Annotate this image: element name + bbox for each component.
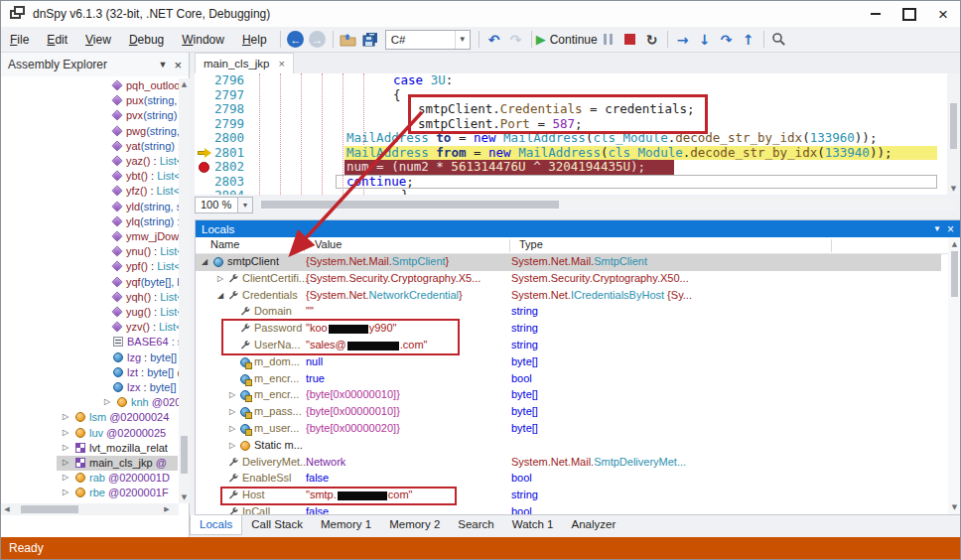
expander-icon[interactable]: ▷ <box>217 274 223 283</box>
tree-hscrollbar[interactable]: ◀ ▶ <box>1 503 179 515</box>
expander-icon[interactable]: ▷ <box>63 412 69 421</box>
column-header-value[interactable]: Value <box>315 238 342 250</box>
minimize-button[interactable] <box>859 1 892 27</box>
show-next-statement-icon[interactable]: → <box>672 29 694 51</box>
column-separator[interactable] <box>304 239 305 252</box>
stop-icon[interactable] <box>619 29 641 51</box>
tree-item[interactable]: yld(string, st <box>1 200 179 214</box>
expander-icon[interactable]: ▷ <box>63 473 69 482</box>
pause-icon[interactable] <box>598 29 619 51</box>
menu-edit[interactable]: Edit <box>38 29 76 51</box>
panel-tab-memory-2[interactable]: Memory 2 <box>380 515 449 534</box>
tree-item[interactable]: ▷knh @02000 <box>1 395 179 410</box>
menu-file[interactable]: File <box>1 29 38 51</box>
zoom-caret-icon[interactable]: ▼ <box>238 197 253 213</box>
panel-tab-analyzer[interactable]: Analyzer <box>562 515 624 534</box>
locals-row-userna[interactable]: UserNa..."sales@.com"string <box>196 338 961 354</box>
panel-tab-search[interactable]: Search <box>449 515 502 534</box>
tree-item[interactable]: pwg(string, <box>1 124 179 139</box>
expander-icon[interactable]: ▷ <box>63 428 69 437</box>
locals-row-mdom[interactable]: m_dom...nullbyte[] <box>196 354 961 371</box>
locals-row-mpass[interactable]: ▷m_pass...{byte[0x00000010]}byte[] <box>196 404 961 421</box>
expander-icon[interactable]: ▷ <box>63 488 69 496</box>
column-header-name[interactable]: Name <box>210 238 239 250</box>
locals-row-deliverymet[interactable]: DeliveryMet...NetworkSystem.Net.Mail.Smt… <box>196 455 961 472</box>
menu-window[interactable]: Window <box>173 29 233 51</box>
expander-icon[interactable]: ▷ <box>63 443 69 452</box>
search-icon[interactable] <box>768 29 790 51</box>
close-panel-icon[interactable]: × <box>172 58 189 72</box>
menu-debug[interactable]: Debug <box>120 29 173 51</box>
tree-item[interactable]: lzt : byte[] @ <box>1 365 179 380</box>
panel-tab-memory-1[interactable]: Memory 1 <box>312 515 380 534</box>
maximize-button[interactable] <box>892 1 926 27</box>
tree-item[interactable]: ylq(string) : <box>1 214 179 229</box>
combo-dropdown-icon[interactable]: ▼ <box>455 31 470 49</box>
tab-main_cls_jkp[interactable]: main_cls_jkp × <box>195 53 294 73</box>
tree-item[interactable]: ▷lsm @02000024 <box>1 410 179 425</box>
tree-item[interactable]: yqh() : List< <box>1 290 179 305</box>
locals-row-password[interactable]: Password"kooy990"string <box>196 321 961 338</box>
undo-icon[interactable]: ↶ <box>483 29 505 51</box>
expander-icon[interactable]: ▷ <box>229 441 235 450</box>
step-over-icon[interactable]: ↷ <box>716 29 738 51</box>
close-tab-icon[interactable]: × <box>278 58 284 70</box>
panel-tab-locals[interactable]: Locals <box>190 515 242 535</box>
back-icon[interactable]: ← <box>285 29 307 51</box>
expander-icon[interactable]: ◢ <box>202 257 207 266</box>
tree-item[interactable]: yzv() : List<r <box>1 320 179 335</box>
code-editor[interactable]: 2796case 3U:2797{2798smtpClient.Credenti… <box>195 73 961 195</box>
tree-item[interactable]: BASE64 : stri <box>1 335 179 350</box>
restart-icon[interactable]: ↻ <box>641 29 663 51</box>
tree-item[interactable]: ▷luv @02000025 <box>1 426 179 441</box>
expander-icon[interactable]: ▷ <box>229 407 235 416</box>
editor-vscrollbar[interactable]: ▼ <box>947 73 960 195</box>
locals-row-smtpclient[interactable]: ◢smtpClient{System.Net.Mail.SmtpClient}S… <box>196 254 961 271</box>
tree-item[interactable]: ▷rab @0200001D <box>1 471 179 486</box>
tree-item[interactable]: yqf(byte[], b <box>1 275 179 290</box>
tree-item[interactable]: ypf() : List<r <box>1 259 179 274</box>
menu-help[interactable]: Help <box>233 29 276 51</box>
tree-item[interactable]: ▷main_cls_jkp @ <box>1 456 179 471</box>
step-out-icon[interactable]: ↑ <box>738 29 759 51</box>
locals-row-domain[interactable]: Domain""string <box>196 304 961 321</box>
locals-row-mencr[interactable]: ▷m_encr...{byte[0x00000010]}byte[] <box>196 387 961 404</box>
expander-icon[interactable]: ▷ <box>229 390 235 399</box>
panel-tab-call-stack[interactable]: Call Stack <box>242 515 312 534</box>
locals-row-incall[interactable]: InCallfalsebool <box>196 504 961 514</box>
forward-icon[interactable]: → <box>307 29 329 51</box>
locals-row-clientcertifi[interactable]: ▷ClientCertifi...{System.Security.Crypto… <box>196 271 961 288</box>
locals-vscrollbar[interactable]: ▲ ▼ <box>948 237 961 514</box>
tree-item[interactable]: pvx(string) : <box>1 108 179 123</box>
tree-item[interactable]: ▷lvt_mozilla_relat <box>1 441 179 456</box>
save-all-icon[interactable] <box>359 29 381 51</box>
panel-tab-watch-1[interactable]: Watch 1 <box>503 515 563 534</box>
editor-hscrollbar[interactable] <box>259 199 956 210</box>
tree-item[interactable]: pqh_outloo <box>1 78 179 93</box>
chevron-down-icon[interactable]: ▼ <box>153 60 172 70</box>
expander-icon[interactable]: ◢ <box>217 291 223 300</box>
zoom-level-select[interactable]: 100 % <box>195 197 238 213</box>
step-into-icon[interactable]: ↓ <box>694 29 716 51</box>
column-separator[interactable] <box>831 239 832 252</box>
locals-row-muser[interactable]: ▷m_user...{byte[0x00000020]}byte[] <box>196 421 961 438</box>
tree-item[interactable]: yfz() : List<r <box>1 184 179 199</box>
tree-item[interactable]: pux(string, s <box>1 93 179 108</box>
locals-row-credentials[interactable]: ◢Credentials{System.Net.NetworkCredentia… <box>196 288 961 305</box>
tree-item[interactable]: yat(string) : <box>1 139 179 154</box>
tree-item[interactable]: yaz() : List<r <box>1 154 179 169</box>
tree-item[interactable]: yug() : List< <box>1 305 179 320</box>
tree-vscrollbar[interactable]: ▲ ▼ <box>179 78 190 503</box>
language-combo[interactable]: C#▼ <box>385 30 471 50</box>
tree-item[interactable]: lzg : byte[] @ <box>1 350 179 365</box>
tree-item[interactable]: ▷rbe @0200001F <box>1 486 179 500</box>
breakpoint-icon[interactable] <box>199 162 209 173</box>
expander-icon[interactable]: ▷ <box>63 458 69 467</box>
expander-icon[interactable]: ▷ <box>229 424 235 433</box>
expander-icon[interactable]: ▷ <box>104 397 110 406</box>
close-panel-icon[interactable]: × <box>945 222 961 236</box>
locals-row-staticm[interactable]: ▷Static m... <box>196 438 961 455</box>
locals-row-host[interactable]: Host"smtp.com"string <box>196 488 961 504</box>
tree-item[interactable]: ymw_jDowr <box>1 229 179 244</box>
column-header-type[interactable]: Type <box>519 238 543 250</box>
